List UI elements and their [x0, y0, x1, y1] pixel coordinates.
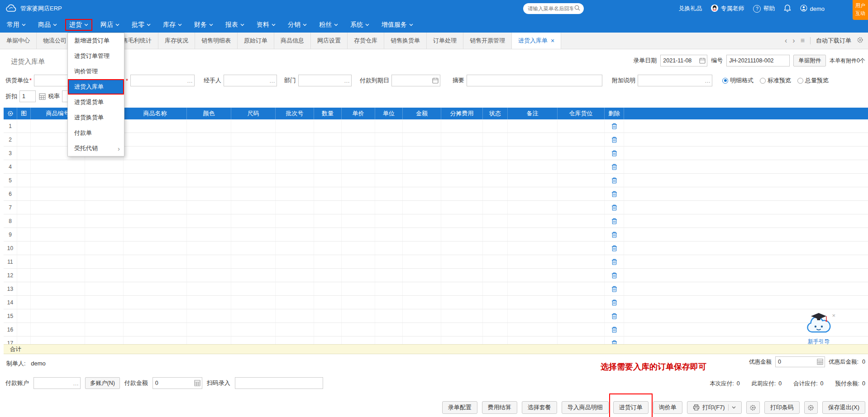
delete-row-icon[interactable] — [611, 327, 617, 333]
table-row[interactable]: 1 — [4, 119, 868, 133]
delete-row-icon[interactable] — [611, 177, 617, 184]
search-icon[interactable] — [574, 5, 580, 13]
table-row[interactable]: 9 — [4, 228, 868, 242]
tab-forward-icon[interactable]: › — [792, 37, 795, 44]
scan-input[interactable] — [235, 377, 323, 389]
menubar-item[interactable]: 商品 — [34, 19, 61, 31]
choose-combo-button[interactable]: 选择套餐 — [522, 401, 557, 414]
delete-cell[interactable] — [605, 214, 624, 227]
purchase-order-button[interactable]: 进货订单 — [613, 401, 649, 414]
delete-row-icon[interactable] — [611, 150, 617, 156]
user-menu[interactable]: demo — [800, 5, 825, 13]
calculator-icon[interactable] — [194, 380, 200, 386]
table-row[interactable]: 6 — [4, 187, 868, 201]
menubar-item[interactable]: 增值服务 — [377, 19, 417, 31]
tab-item[interactable]: 订单处理 — [427, 33, 463, 49]
tab-item[interactable]: 库存状况 — [158, 33, 195, 49]
lookup-dots-icon[interactable]: … — [344, 77, 350, 84]
delete-row-icon[interactable] — [611, 164, 617, 170]
fee-settlement-button[interactable]: 费用结算 — [482, 401, 517, 414]
delete-cell[interactable] — [605, 255, 624, 268]
delete-row-icon[interactable] — [611, 272, 617, 279]
multi-account-button[interactable]: 多账户(N) — [85, 377, 120, 389]
delete-cell[interactable] — [605, 336, 624, 344]
table-row[interactable]: 11 — [4, 255, 868, 269]
radio-standard-preview[interactable]: 标准预览 — [760, 76, 791, 85]
menubar-item[interactable]: 常用 — [3, 19, 30, 31]
table-row[interactable]: 3 — [4, 147, 868, 160]
table-row[interactable]: 16 — [4, 323, 868, 336]
tab-item[interactable]: 单据中心 — [0, 33, 37, 49]
delete-row-icon[interactable] — [611, 313, 617, 319]
delete-row-icon[interactable] — [611, 137, 617, 143]
delete-cell[interactable] — [605, 309, 624, 322]
table-settings-gear-icon[interactable] — [4, 108, 17, 119]
discount-input[interactable] — [19, 90, 36, 102]
doc-number-input[interactable] — [726, 55, 790, 66]
delete-cell[interactable] — [605, 228, 624, 241]
tab-item[interactable]: 销售换货单 — [384, 33, 427, 49]
attachment-button[interactable]: 单据附件 — [793, 55, 826, 66]
delete-row-icon[interactable] — [611, 340, 617, 345]
menubar-item[interactable]: 资料 — [253, 19, 280, 31]
menubar-item[interactable]: 进货 — [65, 19, 92, 31]
note-input[interactable] — [638, 75, 712, 86]
dropdown-item[interactable]: 进货退货单 — [68, 95, 124, 110]
delete-cell[interactable] — [605, 147, 624, 160]
delete-cell[interactable] — [605, 296, 624, 309]
delete-cell[interactable] — [605, 242, 624, 255]
delete-cell[interactable] — [605, 174, 624, 187]
delete-cell[interactable] — [605, 119, 624, 133]
close-guide-icon[interactable]: × — [832, 312, 835, 319]
table-row[interactable]: 5 — [4, 174, 868, 187]
lookup-dots-icon[interactable]: … — [705, 77, 711, 84]
dropdown-item[interactable]: 受托代销› — [68, 141, 124, 156]
import-detail-button[interactable]: 导入商品明细 — [562, 401, 609, 414]
delete-cell[interactable] — [605, 160, 624, 173]
dropdown-item[interactable]: 进货订单管理 — [68, 48, 124, 64]
delete-row-icon[interactable] — [611, 245, 617, 251]
summary-input[interactable] — [467, 75, 602, 86]
tab-active[interactable]: 进货入库单× — [512, 33, 561, 49]
table-row[interactable]: 4 — [4, 160, 868, 174]
delete-cell[interactable] — [605, 269, 624, 282]
dropdown-item[interactable]: 询价管理 — [68, 64, 124, 79]
delete-row-icon[interactable] — [611, 123, 617, 129]
delete-cell[interactable] — [605, 187, 624, 200]
lookup-dots-icon[interactable]: … — [73, 380, 79, 387]
calendar-icon[interactable] — [699, 57, 706, 64]
tab-item[interactable]: 原始订单 — [238, 33, 274, 49]
table-row[interactable]: 15 — [4, 309, 868, 323]
help-link[interactable]: ? 帮助 — [753, 5, 775, 13]
dropdown-item[interactable]: 进货换货单 — [68, 110, 124, 125]
tab-item[interactable]: 商品信息 — [274, 33, 311, 49]
teacher-link[interactable]: 专属老师 — [711, 5, 744, 13]
delete-cell[interactable] — [605, 133, 624, 146]
menubar-item[interactable]: 报表 — [221, 19, 248, 31]
table-row[interactable]: 10 — [4, 242, 868, 255]
entry-config-button[interactable]: 录单配置 — [442, 401, 477, 414]
delete-row-icon[interactable] — [611, 232, 617, 238]
dropdown-item[interactable]: 新增进货订单 — [68, 33, 124, 48]
auto-download-orders[interactable]: 自动下载订单 — [816, 37, 851, 45]
menubar-item[interactable]: 财务 — [190, 19, 217, 31]
table-row[interactable]: 8 — [4, 214, 868, 228]
search-input[interactable] — [527, 5, 574, 12]
delete-row-icon[interactable] — [611, 191, 617, 197]
table-row[interactable]: 12 — [4, 269, 868, 282]
covered-required-input[interactable] — [130, 75, 195, 86]
corner-badge[interactable]: 用户 互动 — [853, 0, 868, 20]
table-row[interactable]: 17 — [4, 336, 868, 344]
print-button[interactable]: 打印(F7) — [687, 401, 742, 414]
radio-detail-format[interactable]: 明细格式 — [722, 76, 754, 85]
table-row[interactable]: 7 — [4, 201, 868, 214]
menubar-item[interactable]: 分销 — [284, 19, 311, 31]
delete-cell[interactable] — [605, 201, 624, 214]
calendar-icon[interactable] — [432, 77, 439, 84]
calculator-icon[interactable] — [39, 93, 46, 100]
tab-item[interactable]: 销售明细表 — [195, 33, 238, 49]
delete-row-icon[interactable] — [611, 259, 617, 265]
radio-total-preview[interactable]: 总量预览 — [797, 76, 829, 85]
print-settings-gear-icon[interactable] — [746, 401, 760, 414]
gift-link[interactable]: 兑换礼品 — [678, 5, 702, 13]
